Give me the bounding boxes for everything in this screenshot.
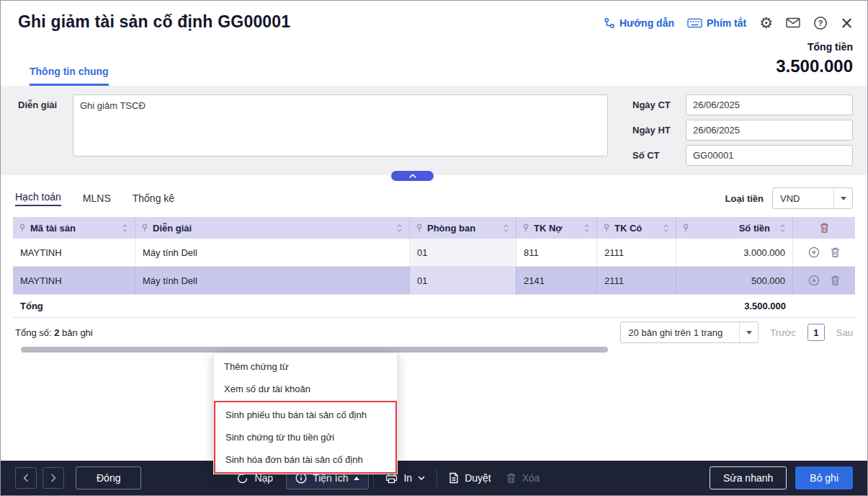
page-size-select[interactable]: 20 bản ghi trên 1 trang [620,322,759,343]
toolbar-divider [437,469,437,487]
header: Ghi giảm tài sản cố định GG00001 Hướng d… [1,1,867,86]
close-icon[interactable]: × [841,16,853,30]
sort-icon[interactable] [121,223,129,233]
doc-date-label: Ngày CT [632,99,686,110]
total-row-label: Tổng [13,301,676,311]
pin-icon [141,223,148,232]
column-header-description[interactable]: Diễn giải [135,217,410,239]
column-header-asset-code[interactable]: Mã tài sản [13,217,135,239]
cell-credit-account[interactable]: 2111 [597,239,676,266]
pagination-bar: Tổng số: 2 bản ghi 20 bản ghi trên 1 tra… [1,318,867,347]
prev-record-button[interactable] [15,467,37,489]
asset-writeoff-window: Ghi giảm tài sản cố định GG00001 Hướng d… [0,0,868,496]
cell-asset-code[interactable]: MAYTINH [13,239,135,266]
add-row-icon[interactable] [808,247,820,258]
settings-gear-icon[interactable]: ⚙ [759,15,773,30]
delete-button-disabled[interactable]: Xóa [498,472,547,484]
record-count: 2 [54,327,59,338]
chevron-down-icon [739,322,758,342]
row-actions [793,239,855,266]
trash-icon[interactable] [819,222,830,234]
total-amount-value: 3.500.000 [776,56,853,76]
chevron-down-icon [833,188,852,208]
cell-credit-account[interactable]: 2111 [597,267,676,294]
description-textarea[interactable]: Ghi giảm TSCĐ [73,94,608,156]
posting-date-input[interactable] [686,120,853,141]
field-row-doc-number: Số CT [632,145,853,166]
collapse-panel-button[interactable] [391,171,434,181]
quick-edit-button[interactable]: Sửa nhanh [710,466,787,490]
detail-tabs: Hạch toán MLNS Thống kê [15,191,174,206]
add-row-icon[interactable] [808,275,820,286]
column-header-debit-account[interactable]: TK Nợ [516,217,597,239]
menu-item-view-account-balance[interactable]: Xem số dư tài khoản [214,378,397,400]
column-header-amount[interactable]: Số tiền [676,217,793,239]
menu-item-generate-receipt[interactable]: Sinh phiếu thu bán tài sản cố định [215,404,395,426]
total-row-amount: 3.500.000 [676,301,793,311]
cell-amount[interactable]: 3.000.000 [676,239,793,266]
delete-row-icon[interactable] [830,247,841,258]
currency-group: Loại tiền VND [725,187,853,209]
sort-icon[interactable] [583,223,591,233]
chevron-up-icon [408,174,417,179]
column-header-department[interactable]: Phòng ban [410,217,516,239]
trash-icon [506,472,516,484]
delete-row-icon[interactable] [830,275,841,286]
tab-accounting[interactable]: Hạch toán [15,191,61,206]
close-button[interactable]: Đóng [76,466,141,490]
detail-tab-bar: Hạch toán MLNS Thống kê Loại tiền VND [1,175,867,217]
keyboard-icon [687,18,702,28]
general-info-form: Diễn giải Ghi giảm TSCĐ Ngày CT Ngày HT … [1,86,867,175]
menu-item-add-document[interactable]: Thêm chứng từ [214,355,397,378]
currency-value: VND [773,188,833,208]
scrollbar-thumb[interactable] [21,347,608,353]
doc-number-input[interactable] [686,145,853,166]
doc-date-input[interactable] [686,94,853,115]
guide-flow-icon [604,17,615,29]
next-page-button[interactable]: Sau [836,327,853,338]
total-amount-label: Tổng tiền [776,41,853,53]
help-question-icon[interactable]: ? [813,16,828,30]
cell-department[interactable]: 01 [410,267,516,294]
help-guide-link[interactable]: Hướng dẫn [604,17,674,29]
cell-description[interactable]: Máy tính Dell [135,267,410,294]
cell-debit-account[interactable]: 2141 [516,267,597,294]
record-count-summary: Tổng số: 2 bản ghi [15,327,93,338]
menu-item-generate-deposit-voucher[interactable]: Sinh chứng từ thu tiền gửi [215,426,395,448]
cell-asset-code[interactable]: MAYTINH [13,267,135,294]
current-page-indicator[interactable]: 1 [807,324,825,341]
sort-icon[interactable] [662,223,670,233]
chevron-down-icon [418,476,425,480]
header-actions: Hướng dẫn Phím tắt ⚙ ? × [604,15,853,30]
currency-select[interactable]: VND [772,187,853,209]
title-row: Ghi giảm tài sản cố định GG00001 Hướng d… [1,1,867,32]
unpost-button[interactable]: Bỏ ghi [795,466,853,490]
description-group: Diễn giải Ghi giảm TSCĐ [18,94,608,175]
cell-debit-account[interactable]: 811 [516,239,597,266]
pagination-controls: 20 bản ghi trên 1 trang Trước 1 Sau [620,322,853,343]
table-row[interactable]: MAYTINH Máy tính Dell 01 811 2111 3.000.… [13,239,855,267]
sort-icon[interactable] [779,223,787,233]
pin-icon [416,223,423,232]
tab-mlns[interactable]: MLNS [83,192,111,204]
cell-department[interactable]: 01 [410,239,516,266]
column-header-credit-account[interactable]: TK Có [597,217,676,239]
next-record-button[interactable] [42,467,64,489]
prev-page-button[interactable]: Trước [770,327,796,338]
help-guide-label: Hướng dẫn [619,17,674,29]
table-row-selected[interactable]: MAYTINH Máy tính Dell 01 2141 2111 500.0… [13,267,855,295]
tab-statistics[interactable]: Thống kê [133,192,174,204]
shortcut-link[interactable]: Phím tắt [687,17,746,29]
pin-icon [19,223,26,232]
pin-icon [603,223,610,232]
column-header-delete-all[interactable] [793,217,855,239]
sort-icon[interactable] [502,223,510,233]
approve-button[interactable]: Duyệt [442,472,498,484]
feedback-mail-icon[interactable] [786,17,800,28]
cell-amount[interactable]: 500.000 [676,267,793,294]
doc-number-label: Số CT [632,150,686,161]
sort-icon[interactable] [395,223,403,233]
tab-general-info[interactable]: Thông tin chung [30,66,109,86]
cell-description[interactable]: Máy tính Dell [135,239,410,266]
menu-item-generate-invoice[interactable]: Sinh hóa đơn bán tài sản cố định [215,448,395,471]
